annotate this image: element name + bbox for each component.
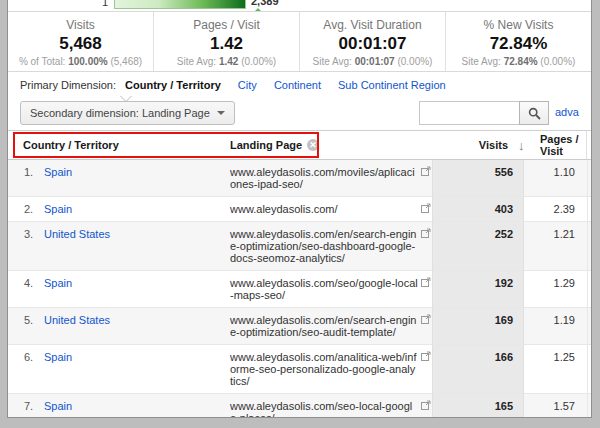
search-button[interactable] [519,101,549,125]
primary-dimension-selected[interactable]: Country / Territory [125,79,221,91]
external-link-icon[interactable] [421,400,431,410]
pages-per-visit-cell: 1.19 [524,308,587,344]
advanced-search-link[interactable]: adva [555,106,587,118]
scorecard-title: Avg. Visit Duration [300,18,445,33]
primary-dimension-option-subcontinent[interactable]: Sub Continent Region [338,79,446,91]
country-cell: Spain [44,197,230,221]
pages-per-visit-cell: 1.10 [524,160,587,196]
row-index: 6. [8,345,44,393]
data-table: Country / Territory Landing Page ✕ Visit… [8,131,591,418]
column-header-country[interactable]: Country / Territory [8,139,230,151]
external-link-icon[interactable] [421,314,431,324]
scorecard-avg-visit-duration: Avg. Visit Duration 00:01:07 Site Avg: 0… [300,12,446,71]
landing-page-cell: www.aleydasolis.com/seo/google-local-map… [230,271,432,307]
search-input[interactable] [419,101,519,125]
external-link-icon[interactable] [421,203,431,213]
scorecards: Visits 5,468 % of Total: 100.00% (5,468)… [8,12,591,72]
landing-page-cell: www.aleydasolis.com/analitica-web/inform… [230,345,432,393]
pages-per-visit-cell: 1.57 [524,394,587,418]
country-cell: Spain [44,160,230,196]
visits-cell: 166 [432,345,524,393]
external-link-icon[interactable] [421,166,431,176]
country-link[interactable]: Spain [44,400,72,412]
selected-dimension-notch [120,95,132,101]
country-cell: United States [44,308,230,344]
row-index: 2. [8,197,44,221]
primary-dimension-option-continent[interactable]: Continent [274,79,321,91]
landing-page-cell: www.aleydasolis.com/en/search-engine-opt… [230,222,432,270]
column-header-visits[interactable]: Visits [426,139,518,151]
table-row: 6. Spain www.aleydasolis.com/analitica-w… [8,345,591,394]
landing-page-cell: www.aleydasolis.com/en/search-engine-opt… [230,308,432,344]
scorecard-subtext: Site Avg: 72.84% (0.00%) [446,55,591,68]
landing-page-cell: www.aleydasolis.com/moviles/aplicaciones… [230,160,432,196]
table-row: 5. United States www.aleydasolis.com/en/… [8,308,591,345]
country-link[interactable]: United States [44,314,110,326]
visits-cell: 252 [432,222,524,270]
visits-cell: 556 [432,160,524,196]
column-header-landing-page[interactable]: Landing Page ✕ [230,139,426,151]
table-toolbar: Secondary dimension: Landing Page adva [8,96,591,131]
primary-dimension-option-city[interactable]: City [238,79,257,91]
external-link-icon[interactable] [421,277,431,287]
country-cell: United States [44,222,230,270]
country-cell: Spain [44,271,230,307]
secondary-dimension-label: Secondary dimension: Landing Page [30,107,210,119]
pages-per-visit-cell: 2.39 [524,197,587,221]
scorecard-title: Visits [8,18,153,33]
scorecard-pages-per-visit: Pages / Visit 1.42 Site Avg: 1.42 (0.00%… [154,12,300,71]
scorecard-value: 5,468 [8,33,153,55]
scorecard-value: 72.84% [446,33,591,55]
primary-dimension-bar: Primary Dimension: Country / Territory C… [8,72,591,96]
row-index: 4. [8,271,44,307]
scorecard-subtext: Site Avg: 00:01:07 (0.00%) [300,55,445,68]
table-row: 4. Spain www.aleydasolis.com/seo/google-… [8,271,591,308]
table-row: 3. United States www.aleydasolis.com/en/… [8,222,591,271]
landing-page-cell: www.aleydasolis.com/seo-local-google-pla… [230,394,432,418]
pages-per-visit-cell: 1.29 [524,271,587,307]
legend-min-label: 1 [102,0,108,8]
country-link[interactable]: Spain [44,351,72,363]
report-panel: 1 2,389 Visits 5,468 % of Total: 100.00%… [7,0,592,418]
row-index: 7. [8,394,44,418]
row-index: 1. [8,160,44,196]
legend-marker-icon [254,8,262,12]
pages-per-visit-cell: 1.21 [524,222,587,270]
country-link[interactable]: Spain [44,277,72,289]
scorecard-value: 00:01:07 [300,33,445,55]
scorecard-value: 1.42 [154,33,299,55]
country-link[interactable]: United States [44,228,110,240]
legend-gradient-bar [114,0,246,9]
secondary-dimension-button[interactable]: Secondary dimension: Landing Page [20,101,235,125]
chevron-down-icon [217,111,225,115]
table-row: 7. Spain www.aleydasolis.com/seo-local-g… [8,394,591,418]
table-row: 1. Spain www.aleydasolis.com/moviles/apl… [8,160,591,197]
search-icon [528,107,541,120]
scorecard-title: % New Visits [446,18,591,33]
column-header-pages-per-visit[interactable]: Pages / Visit [534,133,586,157]
external-link-icon[interactable] [421,228,431,238]
external-link-icon[interactable] [421,351,431,361]
primary-dimension-label: Primary Dimension: [20,79,116,91]
visits-cell: 165 [432,394,524,418]
remove-secondary-dimension-icon[interactable]: ✕ [307,139,319,151]
scorecard-subtext: Site Avg: 1.42 (0.00%) [154,55,299,68]
map-legend: 1 2,389 [8,0,591,12]
table-header-row: Country / Territory Landing Page ✕ Visit… [8,131,591,160]
scorecard-subtext: % of Total: 100.00% (5,468) [8,55,153,68]
table-row: 2. Spain www.aleydasolis.com/ 403 2.39 [8,197,591,222]
scorecard-visits: Visits 5,468 % of Total: 100.00% (5,468) [8,12,154,71]
row-index: 3. [8,222,44,270]
visits-cell: 192 [432,271,524,307]
pages-per-visit-cell: 1.25 [524,345,587,393]
scorecard-percent-new-visits: % New Visits 72.84% Site Avg: 72.84% (0.… [446,12,591,71]
column-header-cutoff [586,131,591,159]
sort-descending-icon[interactable]: ↓ [518,138,534,153]
visits-cell: 403 [432,197,524,221]
visits-cell: 169 [432,308,524,344]
landing-page-cell: www.aleydasolis.com/ [230,197,432,221]
country-link[interactable]: Spain [44,166,72,178]
country-cell: Spain [44,394,230,418]
country-link[interactable]: Spain [44,203,72,215]
legend-max-label: 2,389 [251,0,279,7]
